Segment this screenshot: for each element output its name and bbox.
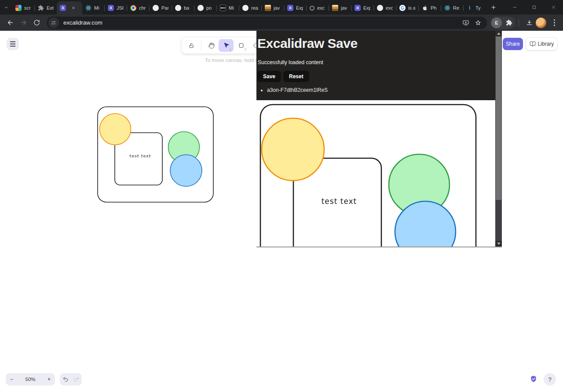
tab-label: Mi xyxy=(229,5,234,11)
chevron-down-icon xyxy=(4,5,9,10)
browser-tab[interactable]: rea xyxy=(239,1,261,15)
panel-scrollbar[interactable] xyxy=(495,31,502,247)
extension-icon xyxy=(38,5,44,11)
preview-shapes: test text xyxy=(256,100,495,247)
drawing-shapes[interactable]: test text xyxy=(92,103,220,207)
scroll-down-button[interactable] xyxy=(495,241,502,247)
address-bar[interactable]: excalidraw.com xyxy=(47,17,487,29)
book-icon xyxy=(530,41,536,47)
blue-ellipse-shape[interactable] xyxy=(170,155,202,186)
react-icon xyxy=(444,5,450,11)
maximize-icon xyxy=(532,5,537,10)
back-button[interactable] xyxy=(4,16,17,29)
address-text[interactable]: excalidraw.com xyxy=(63,19,102,26)
reload-icon xyxy=(33,19,40,26)
browser-tab[interactable]: Mi xyxy=(82,1,104,15)
download-icon xyxy=(526,19,533,26)
canvas-text-element[interactable]: test text xyxy=(129,153,151,158)
hand-tool-button[interactable] xyxy=(204,39,219,52)
browser-tab[interactable]: jav xyxy=(329,1,351,15)
tab-label: Par xyxy=(161,5,168,11)
google-icon: G xyxy=(399,5,406,11)
scroll-up-button[interactable] xyxy=(495,31,502,36)
excalidraw-canvas[interactable]: 1 2 3 To move canvas, hold mouse Share L… xyxy=(0,31,563,392)
new-tab-button[interactable]: + xyxy=(487,1,500,14)
browser-tab[interactable]: XExp xyxy=(284,1,306,15)
downloads-button[interactable] xyxy=(523,16,536,29)
browser-tab[interactable]: jav xyxy=(262,1,284,15)
browser-tab[interactable]: iTy xyxy=(464,1,486,15)
browser-tab[interactable]: exc xyxy=(374,1,396,15)
maximize-button[interactable] xyxy=(524,0,544,15)
minimize-button[interactable] xyxy=(505,0,524,15)
drawing-preview: test text xyxy=(256,100,495,247)
extensions-button[interactable] xyxy=(504,18,514,28)
tab-label: rea xyxy=(251,5,258,11)
tab-label: po xyxy=(206,5,212,11)
profile-extensions-pill[interactable]: E xyxy=(490,17,515,29)
browser-tab[interactable]: XExp xyxy=(351,1,373,15)
profile-avatar[interactable]: E xyxy=(491,18,502,28)
browser-tab[interactable]: XJSO xyxy=(105,1,127,15)
history-controls xyxy=(60,373,82,385)
toolbar-divider xyxy=(519,19,519,26)
browser-menu-button[interactable] xyxy=(549,17,559,29)
reload-button[interactable] xyxy=(30,16,43,29)
browser-tab[interactable]: ba xyxy=(172,1,194,15)
browser-tab[interactable]: po xyxy=(194,1,216,15)
tab-label: scr xyxy=(24,5,31,11)
share-button[interactable]: Share xyxy=(503,38,523,50)
user-avatar[interactable] xyxy=(536,18,546,28)
bookmark-button[interactable] xyxy=(472,17,484,29)
minimize-icon xyxy=(512,5,517,10)
saved-item[interactable]: a3on-F7dthB2ceem1lReS xyxy=(267,87,502,93)
typescript-icon: i xyxy=(467,5,473,11)
saved-items-list: a3on-F7dthB2ceem1lReS xyxy=(260,87,502,93)
browser-tab[interactable]: Ext xyxy=(35,1,57,15)
preview-yellow-ellipse xyxy=(262,118,324,181)
tab-label: exc xyxy=(317,5,325,11)
encryption-shield-icon xyxy=(530,375,537,383)
tab-label: chr xyxy=(139,5,146,11)
excalidraw-icon: X xyxy=(355,5,361,11)
undo-button[interactable] xyxy=(62,376,69,382)
site-settings-button[interactable] xyxy=(48,18,59,28)
github-icon xyxy=(242,5,249,11)
help-button[interactable]: ? xyxy=(544,373,556,385)
save-button[interactable]: Save xyxy=(257,71,281,82)
reset-button[interactable]: Reset xyxy=(283,71,309,82)
excalidraw-icon: X xyxy=(60,5,66,11)
rectangle-icon xyxy=(238,42,245,49)
excalidraw-save-panel: Excalidraw Save Successfully loaded cont… xyxy=(256,31,502,247)
zoom-in-button[interactable]: + xyxy=(48,376,51,382)
selection-tool-button[interactable]: 1 xyxy=(219,39,234,52)
browser-tab[interactable]: Par xyxy=(150,1,172,15)
browser-tab[interactable]: Gis a xyxy=(396,1,418,15)
tune-icon xyxy=(51,20,57,26)
close-button[interactable] xyxy=(544,0,563,15)
browser-tab[interactable]: Ph xyxy=(419,1,441,15)
browser-tab[interactable]: exc xyxy=(307,1,329,15)
browser-tab[interactable]: X xyxy=(57,1,82,15)
browser-tab[interactable]: scr xyxy=(12,1,34,15)
library-button[interactable]: Library xyxy=(526,38,557,50)
close-tab-icon[interactable] xyxy=(71,6,76,10)
install-app-button[interactable] xyxy=(460,17,472,29)
zoom-out-button[interactable]: − xyxy=(10,376,13,382)
tab-label: is a xyxy=(408,5,415,11)
browser-tab[interactable]: DEVMi xyxy=(217,1,239,15)
scrollbar-thumb[interactable] xyxy=(496,36,501,200)
hand-icon xyxy=(208,42,215,49)
browser-tab[interactable]: chr xyxy=(127,1,149,15)
redo-button[interactable] xyxy=(73,376,80,382)
tab-label: ba xyxy=(184,5,189,11)
browser-tab[interactable]: Re xyxy=(441,1,463,15)
lock-tool-button[interactable] xyxy=(184,39,199,52)
rectangle-tool-button[interactable]: 2 xyxy=(234,39,249,52)
yellow-ellipse-shape[interactable] xyxy=(100,114,131,145)
forward-button[interactable] xyxy=(17,16,30,29)
main-menu-button[interactable] xyxy=(7,38,19,50)
zoom-level[interactable]: 50% xyxy=(25,377,35,382)
tool-shortcut: 2 xyxy=(245,48,246,51)
tab-search-button[interactable] xyxy=(0,0,12,15)
